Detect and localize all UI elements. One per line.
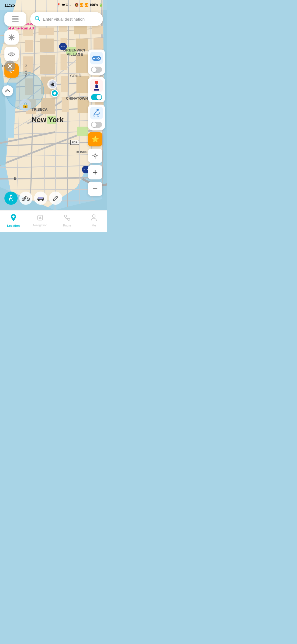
navigation-nav-label: Navigation — [33, 223, 47, 227]
svg-point-70 — [11, 39, 12, 40]
location-status-icon: 📍 — [57, 3, 61, 7]
close-button[interactable] — [4, 61, 15, 72]
svg-point-79 — [98, 57, 99, 58]
gamepad-toggle[interactable] — [91, 67, 102, 73]
svg-rect-30 — [66, 47, 77, 55]
zoom-in-button[interactable] — [88, 165, 102, 179]
joystick-panel — [88, 77, 105, 102]
current-location-marker — [51, 89, 59, 97]
route-nav-label: Route — [63, 224, 71, 227]
b-marker: B — [14, 176, 16, 181]
svg-rect-38 — [92, 26, 103, 34]
car-button[interactable] — [34, 192, 47, 205]
dot-status-icon: ● — [69, 4, 71, 6]
svg-point-108 — [64, 215, 67, 217]
svg-rect-52 — [76, 76, 89, 93]
svg-rect-55 — [41, 98, 55, 114]
nav-route[interactable]: Route — [54, 214, 81, 227]
svg-point-83 — [97, 109, 99, 111]
gamepad-panel — [88, 50, 105, 75]
svg-point-71 — [9, 37, 10, 38]
map-status-icon: 🗺 — [62, 3, 65, 7]
locate-button[interactable] — [88, 149, 102, 163]
image-status-icon: 🖼 — [65, 3, 68, 7]
svg-point-68 — [11, 37, 12, 38]
route-nav-icon — [63, 214, 71, 223]
svg-rect-33 — [77, 127, 88, 136]
joystick-icon[interactable] — [90, 79, 103, 92]
svg-rect-57 — [78, 97, 89, 113]
bike-button[interactable] — [19, 192, 32, 205]
navigation-nav-icon — [37, 214, 44, 223]
wifi-icon: 📶 — [79, 3, 84, 7]
pencil-button[interactable] — [49, 192, 62, 205]
me-nav-label: Me — [92, 224, 96, 227]
battery-label: 100% — [89, 3, 98, 7]
svg-point-80 — [99, 58, 100, 59]
transport-bar — [4, 192, 62, 205]
svg-line-98 — [12, 199, 12, 201]
svg-rect-42 — [76, 39, 88, 51]
svg-point-81 — [97, 58, 98, 59]
right-sidebar: ⭐ — [88, 50, 105, 196]
svg-line-85 — [98, 115, 98, 116]
nav-location[interactable]: Location — [0, 214, 27, 227]
svg-rect-46 — [61, 54, 67, 70]
svg-rect-59 — [12, 17, 19, 17]
svg-rect-78 — [93, 58, 95, 59]
fdr-label: FDR — [70, 140, 79, 145]
svg-point-101 — [25, 196, 26, 197]
nav-navigation[interactable]: Navigation — [27, 214, 54, 227]
svg-rect-36 — [59, 26, 67, 32]
svg-rect-60 — [12, 19, 19, 20]
collapse-button[interactable] — [2, 85, 13, 96]
location-nav-label: Location — [7, 224, 20, 227]
svg-point-82 — [98, 59, 99, 60]
svg-line-63 — [38, 19, 40, 21]
west-street-label: WEST ST — [24, 63, 28, 77]
svg-point-88 — [94, 155, 96, 157]
gamepad-icon[interactable] — [90, 52, 103, 64]
snowflake-button[interactable] — [4, 30, 19, 45]
lock-marker: 🔒 — [19, 99, 31, 111]
zoom-out-button[interactable] — [88, 182, 102, 196]
location-nav-icon — [10, 214, 17, 223]
svg-rect-40 — [40, 39, 54, 52]
walk-button[interactable] — [4, 192, 18, 205]
svg-rect-102 — [38, 197, 43, 199]
svg-point-69 — [11, 35, 12, 36]
favorite-button[interactable]: ⭐ — [88, 132, 102, 146]
svg-point-103 — [38, 199, 40, 201]
skater-toggle[interactable] — [91, 122, 102, 128]
me-nav-icon — [90, 214, 97, 223]
svg-rect-45 — [40, 55, 55, 74]
mta-marker-1[interactable]: MTA — [59, 43, 67, 50]
svg-point-110 — [92, 215, 95, 217]
mute-icon: 🔕 — [75, 3, 79, 7]
svg-rect-43 — [94, 38, 104, 50]
search-icon — [35, 16, 40, 23]
svg-point-104 — [42, 199, 43, 201]
signal-icon: 📶 — [84, 3, 89, 7]
search-placeholder: Enter vitual destination — [43, 17, 98, 21]
status-bar: 11:25 📍 🗺 🖼 ● 🔕 📶 📶 100% 🔋 — [0, 0, 107, 10]
svg-point-87 — [97, 116, 99, 117]
new-york-label: New York — [32, 116, 64, 124]
menu-button[interactable] — [4, 12, 26, 26]
search-bar[interactable]: Enter vitual destination — [30, 12, 103, 26]
svg-point-72 — [13, 37, 14, 38]
crosshair-button[interactable]: ⊕ — [47, 79, 57, 89]
skater-icon[interactable] — [90, 107, 103, 119]
svg-point-106 — [12, 215, 15, 218]
svg-point-86 — [94, 116, 95, 117]
nav-me[interactable]: Me — [81, 214, 108, 227]
layer-button[interactable] — [4, 47, 19, 61]
svg-rect-51 — [61, 76, 68, 92]
svg-rect-61 — [12, 21, 19, 21]
battery-icon: 🔋 — [99, 3, 103, 7]
svg-rect-47 — [76, 54, 88, 73]
joystick-toggle[interactable] — [91, 94, 102, 100]
status-time: 11:25 — [4, 3, 15, 7]
skater-panel — [88, 105, 105, 130]
svg-rect-35 — [38, 28, 54, 35]
